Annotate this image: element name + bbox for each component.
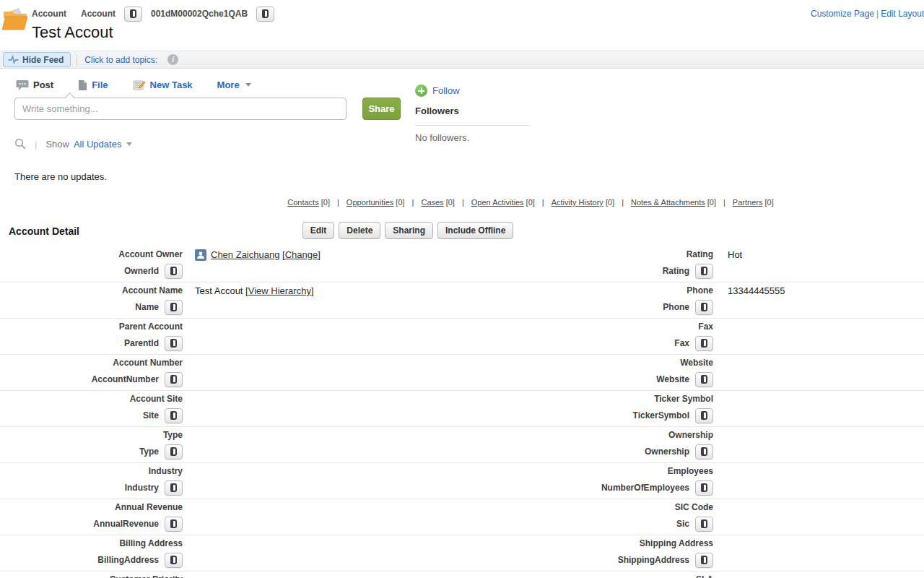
account-folder-icon [1,6,29,32]
entity-api-name: Account [81,9,116,19]
field-label-cell: FaxFax [471,319,713,354]
book-icon [701,339,707,348]
book-icon [170,303,177,311]
customize-page-link[interactable]: Customize Page [811,9,874,19]
field-reference-button[interactable] [165,480,183,496]
publisher-tab-file[interactable]: File [78,79,108,91]
detail-button-bar: EditDeleteSharingInclude Offline [0,222,816,239]
related-link-contacts[interactable]: Contacts [287,198,318,207]
account-detail-table: Account OwnerOwnerIdChen Zaichuang [Chan… [0,246,924,578]
entity-type-label: Account [32,9,66,19]
follow-button[interactable]: Follow [415,85,529,97]
related-list-links: Contacts [0]|Opportunities [0]|Cases [0]… [0,198,924,207]
field-reference-button[interactable] [695,336,713,351]
related-link-opportunities[interactable]: Opportunities [346,198,393,207]
view-hierarchy-link[interactable]: View Hierarchy [248,285,311,297]
field-reference-button[interactable] [124,7,142,22]
field-reference-button[interactable] [695,517,713,532]
publisher-tab-post[interactable]: Post [16,79,53,91]
page-title: Test Accout [32,23,924,42]
field-reference-button[interactable] [165,408,183,423]
hide-feed-label: Hide Feed [22,55,64,65]
related-link-partners[interactable]: Partners [733,198,763,207]
follow-panel: Follow Followers No followers. [415,85,529,143]
related-link-cases[interactable]: Cases [421,198,443,207]
delete-button[interactable]: Delete [339,222,380,239]
tab-label: New Task [150,79,193,90]
field-api-name: AccountNumber [92,374,159,384]
field-reference-button[interactable] [695,553,713,568]
field-api-name: NumberOfEmployees [601,483,689,493]
field-value-cell: Chen Zaichuang [Change] [183,246,471,282]
search-icon[interactable] [14,138,26,150]
field-api-name: OwnerId [124,266,159,276]
related-link-open-activities[interactable]: Open Activities [471,198,524,207]
field-reference-button[interactable] [695,444,713,460]
sharing-button[interactable]: Sharing [385,222,433,239]
field-reference-button[interactable] [165,336,183,351]
related-link-count: [0] [524,198,535,207]
table-row: IndustryIndustryEmployeesNumberOfEmploye… [0,463,924,499]
detail-header: Account Detail EditDeleteSharingInclude … [0,222,924,243]
field-reference-button[interactable] [165,517,183,532]
field-reference-button[interactable] [256,7,274,22]
book-icon [170,411,177,420]
include-offline-button[interactable]: Include Offline [437,222,513,239]
divider [77,54,77,66]
field-reference-button[interactable] [165,444,183,460]
feed-filter-dropdown[interactable]: All Updates [74,139,121,150]
field-value-text: ] [311,285,314,297]
avatar [195,249,206,261]
field-label-cell: Shipping AddressShippingAddress [471,535,713,571]
field-value-text: [ [279,249,284,261]
field-value-text: ] [318,249,321,261]
field-label-cell: Account NameName [0,282,183,318]
hide-feed-button[interactable]: Hide Feed [3,52,71,67]
field-reference-button[interactable] [695,264,713,279]
book-icon [170,375,177,384]
add-topics-link[interactable]: Click to add topics: [84,55,157,65]
divider: | [35,139,37,150]
file-icon [78,79,87,91]
field-value-cell: Hot [713,246,924,282]
edit-layout-link[interactable]: Edit Layout [881,9,924,19]
header-page-links: Customize Page|Edit Layout|Printable Vie… [811,9,924,19]
field-label-cell: SLA [471,571,713,578]
field-value-cell [713,463,924,499]
related-link-activity-history[interactable]: Activity History [552,198,603,207]
field-api-name: Type [139,447,159,457]
field-value-cell [183,391,471,426]
edit-button[interactable]: Edit [302,222,335,239]
field-api-name: BillingAddress [97,555,159,565]
chen-zaichuang-link[interactable]: Chen Zaichuang [211,249,279,261]
related-link-notes-attachments[interactable]: Notes & Attachments [631,198,705,207]
share-button[interactable]: Share [362,98,401,120]
related-link-count: [0] [762,198,773,207]
publisher-tab-more[interactable]: More [217,79,251,90]
field-reference-button[interactable] [695,480,713,496]
post-composer-input[interactable] [14,98,346,120]
follow-label: Follow [432,85,460,96]
info-icon[interactable]: i [167,54,178,65]
field-reference-button[interactable] [165,553,183,568]
table-row: TypeTypeOwnershipOwnership [0,427,924,463]
plus-icon [415,85,427,97]
field-reference-button[interactable] [695,372,713,387]
field-label: SLA [471,574,713,578]
field-label: Employees [471,466,713,477]
related-link-count: [0] [603,198,614,207]
field-reference-button[interactable] [165,300,183,315]
field-reference-button[interactable] [695,300,713,315]
divider: | [337,198,339,207]
publisher-tab-new-task[interactable]: New Task [133,79,193,91]
field-api-name: ParentId [124,338,159,348]
chevron-down-icon[interactable] [126,142,132,146]
page-header: Account Account 001dM00002Qche1QAB Test … [0,0,924,51]
change-link[interactable]: Change [285,249,318,261]
field-reference-button[interactable] [695,408,713,423]
divider: | [542,198,544,207]
field-reference-button[interactable] [165,264,183,279]
table-row: Account NumberAccountNumberWebsiteWebsit… [0,355,924,391]
field-value-cell [713,427,924,462]
field-reference-button[interactable] [165,372,183,387]
